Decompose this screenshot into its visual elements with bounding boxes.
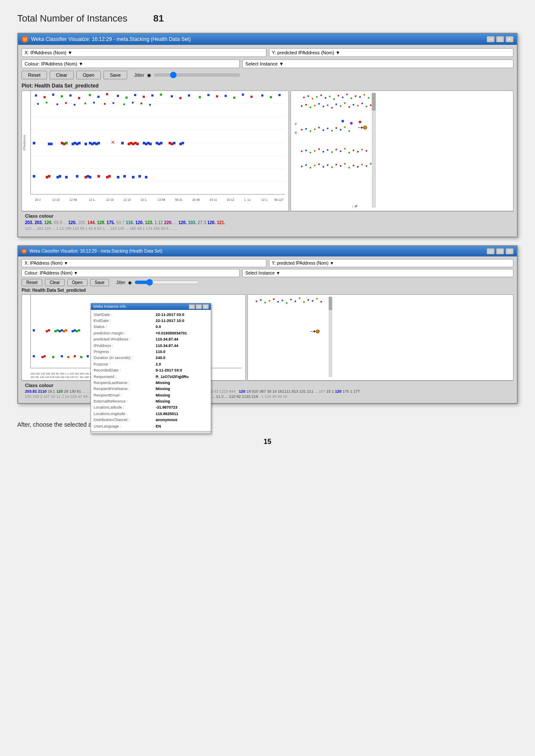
svg-rect-10 — [35, 94, 37, 97]
colour-row-bottom: Colour: IPAddress (Nom) ▼ Select Instanc… — [22, 269, 513, 277]
svg-rect-32 — [233, 97, 235, 99]
jitter-slider[interactable] — [154, 73, 240, 77]
svg-point-131 — [350, 97, 352, 99]
clear-button[interactable]: Clear — [50, 71, 74, 79]
svg-point-178 — [318, 148, 320, 150]
svg-rect-235 — [87, 355, 89, 357]
field-response-id: ResponseId : R_1zO7zt2FqjdRu — [94, 374, 208, 380]
save-button-bottom[interactable]: Save — [90, 279, 110, 286]
svg-rect-74 — [136, 143, 139, 145]
save-button[interactable]: Save — [103, 71, 127, 79]
svg-rect-38 — [37, 103, 39, 105]
colour-select[interactable]: Colour: IPAddress (Nom) ▼ — [22, 59, 240, 68]
maximize-button[interactable]: □ — [496, 36, 504, 42]
x-axis-select-bottom[interactable]: X: IPAddress (Nom) ▼ — [22, 259, 266, 267]
field-last-name: RecipientLastName : Missing — [94, 380, 208, 386]
field-ip: IPAddress : 110.34.87.44 — [94, 343, 208, 349]
jitter-slider-bottom[interactable] — [135, 281, 199, 284]
svg-point-250 — [307, 299, 309, 301]
svg-point-139 — [310, 106, 311, 108]
svg-point-180 — [327, 149, 329, 151]
reset-button[interactable]: Reset — [22, 71, 47, 79]
svg-text:12 58: 12 58 — [69, 198, 77, 201]
svg-text:12 14: 12 14 — [123, 198, 131, 201]
svg-point-170 — [348, 130, 350, 132]
y-axis-select[interactable]: Y: predicted IPAddress (Nom) ▼ — [269, 48, 514, 57]
titlebar-bottom-controls[interactable]: — □ ✕ — [487, 248, 513, 254]
svg-rect-258 — [329, 297, 332, 310]
x-axis-select[interactable]: X: IPAddress (Nom) ▼ — [22, 48, 266, 57]
svg-rect-15 — [78, 97, 80, 99]
plot-title-bottom: Plot: Health Data Set_predicted — [22, 288, 513, 293]
svg-rect-69 — [121, 142, 124, 144]
svg-point-129 — [342, 97, 344, 98]
svg-point-246 — [290, 299, 292, 300]
minimize-button[interactable]: — — [487, 36, 494, 42]
weka-window-top: W Weka Classifier Visualize: 16:12:29 - … — [17, 33, 518, 237]
titlebar-controls[interactable]: — □ ✕ — [487, 36, 513, 42]
class-colour-row2: 122 ... 101 120 ... 1 12 199 110 59 1 61… — [25, 226, 510, 231]
page-number: 15 — [264, 438, 272, 445]
svg-point-135 — [368, 97, 369, 99]
svg-rect-103 — [138, 175, 141, 178]
popup-maximize[interactable]: □ — [196, 304, 202, 309]
svg-rect-219 — [63, 330, 65, 332]
svg-point-121 — [307, 95, 309, 97]
scatter-plot-right[interactable]: Y X — [291, 91, 513, 211]
weka-titlebar-top: W Weka Classifier Visualize: 16:12:29 - … — [18, 34, 517, 45]
svg-point-197 — [331, 166, 333, 168]
svg-point-189 — [366, 150, 367, 152]
close-button-bottom[interactable]: ✕ — [506, 248, 513, 254]
scatter-plot-right-bottom[interactable] — [247, 294, 513, 381]
scatter-plot-left[interactable]: IPAddress — [22, 91, 289, 211]
svg-point-165 — [327, 128, 329, 129]
svg-point-140 — [314, 105, 316, 106]
jitter-label: Jitter — [134, 72, 144, 78]
scatter-svg-right-bottom — [248, 295, 513, 380]
svg-text:Y: Y — [294, 122, 297, 126]
svg-point-159 — [301, 129, 303, 131]
svg-rect-101 — [123, 175, 126, 178]
svg-point-238 — [256, 300, 257, 302]
clear-button-bottom[interactable]: Clear — [45, 279, 65, 286]
svg-rect-29 — [207, 94, 210, 96]
minimize-button-bottom[interactable]: — — [487, 248, 494, 254]
select-instance-select[interactable]: Select Instance ▼ — [242, 59, 513, 68]
svg-rect-214 — [48, 329, 50, 331]
field-pred-margin: prediction margin : +0.019350034701 — [94, 330, 208, 336]
svg-rect-17 — [97, 96, 100, 98]
popup-minimize[interactable]: — — [189, 304, 195, 309]
popup-close[interactable]: ✕ — [203, 304, 209, 309]
open-button[interactable]: Open — [76, 71, 101, 79]
svg-point-144 — [331, 107, 333, 109]
svg-point-147 — [344, 102, 346, 104]
instance-popup[interactable]: Weka Instance info — □ ✕ StartDate : 22-… — [91, 303, 211, 434]
scatter-svg-left: IPAddress — [22, 91, 288, 211]
svg-rect-42 — [74, 104, 75, 106]
svg-rect-27 — [188, 94, 190, 97]
svg-text:58 21: 58 21 — [175, 198, 183, 201]
svg-point-241 — [269, 300, 270, 302]
svg-rect-220 — [65, 329, 67, 331]
svg-rect-89 — [48, 175, 50, 178]
svg-point-137 — [301, 105, 303, 107]
svg-point-251 — [312, 300, 313, 302]
colour-row: Colour: IPAddress (Nom) ▼ Select Instanc… — [22, 59, 513, 68]
svg-rect-33 — [242, 94, 244, 96]
select-instance-select-bottom[interactable]: Select Instance ▼ — [242, 269, 513, 277]
svg-point-148 — [348, 106, 350, 108]
svg-rect-229 — [44, 355, 46, 357]
svg-rect-51 — [33, 142, 35, 144]
open-button-bottom[interactable]: Open — [67, 279, 87, 286]
maximize-button-bottom[interactable]: □ — [496, 248, 504, 254]
popup-scrollbar[interactable] — [91, 431, 211, 434]
reset-button-bottom[interactable]: Reset — [22, 279, 42, 286]
colour-select-bottom[interactable]: Colour: IPAddress (Nom) ▼ — [22, 269, 240, 277]
svg-rect-218 — [61, 329, 63, 331]
svg-point-244 — [282, 300, 283, 301]
svg-text:12 10: 12 10 — [52, 198, 60, 201]
y-axis-select-bottom[interactable]: Y: predicted IPAddress (Nom) ▼ — [269, 259, 514, 267]
svg-point-253 — [320, 301, 322, 303]
close-button[interactable]: ✕ — [506, 36, 513, 42]
popup-controls[interactable]: — □ ✕ — [189, 304, 209, 309]
